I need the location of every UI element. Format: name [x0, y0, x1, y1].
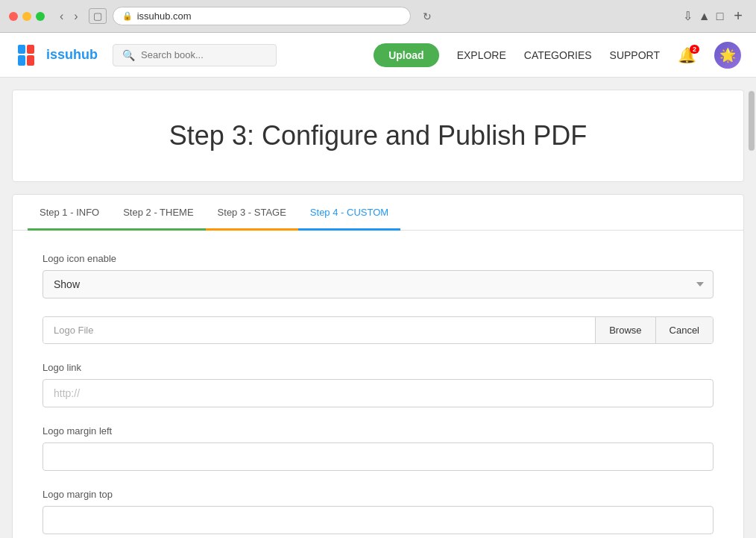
logo-file-group: Logo File Browse Cancel — [42, 316, 714, 344]
url-text: issuhub.com — [137, 10, 192, 22]
tab-step2[interactable]: Step 2 - THEME — [111, 195, 205, 231]
file-input-row: Logo File Browse Cancel — [42, 316, 714, 344]
notification-button[interactable]: 🔔 2 — [678, 46, 696, 64]
support-link[interactable]: SUPPORT — [610, 49, 660, 61]
logo-margin-left-label: Logo margin left — [42, 425, 714, 437]
categories-link[interactable]: CATEGORIES — [524, 49, 592, 61]
logo-icon — [15, 42, 42, 69]
avatar[interactable]: 🌟 — [714, 42, 741, 69]
tab-step3[interactable]: Step 3 - STAGE — [206, 195, 298, 231]
cancel-file-button[interactable]: Cancel — [655, 317, 713, 343]
minimize-button[interactable] — [22, 12, 31, 21]
close-button[interactable] — [9, 12, 18, 21]
form-content: Logo icon enable Show Hide Logo File Bro… — [13, 231, 743, 538]
tab-view-button[interactable]: ▢ — [89, 8, 107, 24]
logo-icon-group: Logo icon enable Show Hide — [42, 253, 714, 298]
logo-file-label: Logo File — [43, 317, 595, 343]
split-view-button[interactable]: □ — [716, 10, 724, 23]
main-area: Step 3: Configure and Publish PDF Step 1… — [0, 78, 756, 538]
notification-badge: 2 — [690, 45, 699, 54]
new-tab-button[interactable]: + — [729, 6, 747, 26]
logo-link-input[interactable] — [42, 379, 714, 407]
explore-link[interactable]: EXPLORE — [457, 49, 506, 61]
svg-rect-1 — [18, 45, 25, 54]
search-input[interactable] — [141, 49, 260, 60]
download-button[interactable]: ⇩ — [683, 9, 693, 23]
svg-rect-2 — [27, 45, 34, 54]
back-button[interactable]: ‹ — [55, 8, 68, 25]
tabs-container: Step 1 - INFO Step 2 - THEME Step 3 - ST… — [12, 194, 744, 538]
logo-margin-left-group: Logo margin left — [42, 425, 714, 471]
page-content: issuhub 🔍 Upload EXPLORE CATEGORIES SUPP… — [0, 33, 756, 538]
maximize-button[interactable] — [36, 12, 45, 21]
navbar: issuhub 🔍 Upload EXPLORE CATEGORIES SUPP… — [0, 33, 756, 78]
svg-rect-3 — [18, 55, 25, 66]
logo-text: issuhub — [46, 47, 98, 63]
scrollbar-thumb[interactable] — [749, 91, 755, 151]
logo-link-group: Logo link — [42, 362, 714, 407]
search-bar[interactable]: 🔍 — [113, 44, 277, 66]
tabs-header: Step 1 - INFO Step 2 - THEME Step 3 - ST… — [13, 195, 743, 231]
forward-button[interactable]: › — [69, 8, 82, 25]
logo-margin-top-input[interactable] — [42, 506, 714, 534]
hero-section: Step 3: Configure and Publish PDF — [12, 90, 744, 182]
address-bar[interactable]: 🔒 issuhub.com — [113, 7, 411, 25]
upload-button[interactable]: Upload — [374, 43, 438, 67]
logo-margin-top-label: Logo margin top — [42, 489, 714, 500]
page-title: Step 3: Configure and Publish PDF — [28, 120, 728, 151]
search-icon: 🔍 — [122, 49, 135, 61]
share-button[interactable]: ▲ — [699, 10, 711, 23]
logo-icon-label: Logo icon enable — [42, 253, 714, 264]
svg-rect-4 — [27, 55, 34, 66]
scrollbar-track[interactable] — [747, 90, 756, 463]
browser-chrome: ‹ › ▢ 🔒 issuhub.com ↻ ⇩ ▲ □ + — [0, 0, 756, 33]
nav-links: Upload EXPLORE CATEGORIES SUPPORT 🔔 2 🌟 — [374, 42, 741, 69]
logo-icon-select[interactable]: Show Hide — [42, 270, 714, 298]
window-controls — [9, 12, 45, 21]
reload-button[interactable]: ↻ — [423, 10, 432, 22]
logo[interactable]: issuhub — [15, 42, 98, 69]
browse-button[interactable]: Browse — [595, 317, 655, 343]
logo-link-label: Logo link — [42, 362, 714, 373]
logo-margin-left-input[interactable] — [42, 442, 714, 471]
lock-icon: 🔒 — [122, 11, 133, 21]
logo-margin-top-group: Logo margin top — [42, 489, 714, 534]
tab-step1[interactable]: Step 1 - INFO — [28, 195, 111, 231]
tab-step4[interactable]: Step 4 - CUSTOM — [298, 195, 400, 231]
